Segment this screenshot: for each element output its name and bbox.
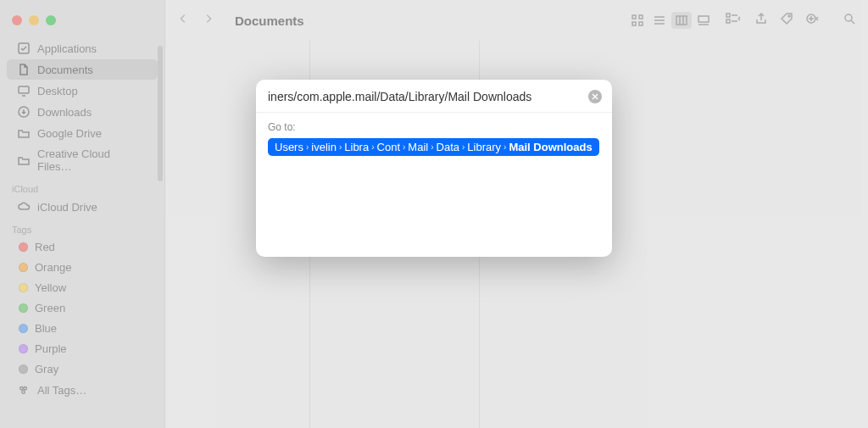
path-segment: Cont <box>377 141 400 153</box>
chevron-right-icon: › <box>403 142 405 152</box>
path-segment: Mail Downloads <box>509 141 592 153</box>
path-segment: Libra <box>344 141 369 153</box>
chevron-right-icon: › <box>339 142 342 152</box>
path-segment: ivelin <box>311 141 337 153</box>
path-segment: Library <box>467 141 501 153</box>
chevron-right-icon: › <box>462 142 465 152</box>
goto-path-input[interactable]: iners/com.apple.mail/Data/Library/Mail D… <box>268 90 581 103</box>
goto-modal: iners/com.apple.mail/Data/Library/Mail D… <box>256 80 612 257</box>
goto-path-suggestion[interactable]: Users›ivelin›Libra›Cont›Mail›Data›Librar… <box>268 138 599 156</box>
chevron-right-icon: › <box>504 142 506 152</box>
goto-label: Go to: <box>268 121 600 133</box>
path-segment: Users <box>275 141 303 153</box>
clear-input-button[interactable] <box>588 90 602 103</box>
path-segment: Mail <box>408 141 428 153</box>
chevron-right-icon: › <box>371 142 374 152</box>
path-segment: Data <box>437 141 459 153</box>
chevron-right-icon: › <box>431 142 433 152</box>
goto-modal-backdrop: iners/com.apple.mail/Data/Library/Mail D… <box>0 0 868 428</box>
chevron-right-icon: › <box>306 142 309 152</box>
